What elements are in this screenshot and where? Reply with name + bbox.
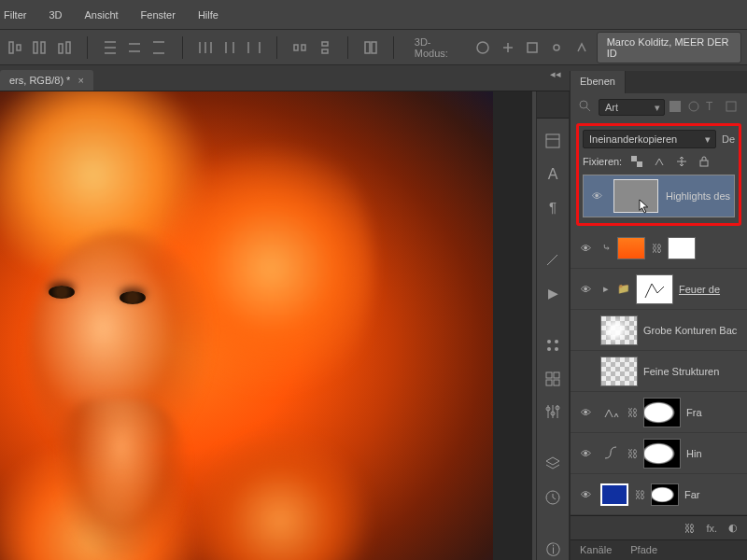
- layers-panel: Ebenen Art T Ineinanderkopieren De Fixie…: [570, 71, 747, 560]
- layer-row[interactable]: Grobe Konturen Bac: [571, 310, 747, 351]
- link-layers-icon[interactable]: ⛓: [684, 523, 695, 534]
- lock-position-icon[interactable]: [674, 154, 689, 169]
- visibility-icon[interactable]: 👁: [587, 190, 606, 202]
- layer-thumbnail[interactable]: [613, 179, 658, 213]
- history-icon[interactable]: [543, 487, 563, 507]
- adjustments-icon[interactable]: [543, 401, 563, 421]
- spacing-icon-1[interactable]: [290, 37, 309, 58]
- filter-adjust-icon[interactable]: [687, 100, 702, 115]
- visibility-icon[interactable]: 👁: [576, 284, 595, 295]
- 3d-mode-icon-1[interactable]: [473, 37, 492, 58]
- 3d-mode-icon-4[interactable]: [547, 37, 566, 58]
- layers-stack-icon[interactable]: [543, 455, 563, 474]
- mask-thumbnail[interactable]: [643, 398, 681, 427]
- mask-icon[interactable]: ◐: [728, 522, 738, 534]
- visibility-icon[interactable]: 👁: [576, 243, 595, 254]
- distribute-icon-5[interactable]: [220, 37, 239, 58]
- layer-row[interactable]: Feine Strukturen: [571, 351, 747, 392]
- visibility-icon[interactable]: 👁: [576, 448, 595, 459]
- separator: [87, 36, 88, 59]
- lock-all-icon[interactable]: [697, 154, 712, 169]
- align-icon-1[interactable]: [6, 37, 24, 58]
- 3d-mode-icon-5[interactable]: [571, 37, 590, 58]
- disclosure-icon[interactable]: ▸: [600, 283, 612, 295]
- brush-panel-icon[interactable]: [543, 250, 563, 270]
- selected-layer[interactable]: 👁 Highlights des Fue: [583, 175, 735, 217]
- layer-row[interactable]: 👁 ▸ 📁 Feuer de: [571, 269, 747, 310]
- link-icon[interactable]: ⛓: [634, 489, 645, 500]
- layer-name[interactable]: Grobe Konturen Bac: [643, 325, 741, 336]
- visibility-icon[interactable]: 👁: [576, 489, 595, 500]
- link-icon[interactable]: ⛓: [627, 448, 638, 459]
- paragraph-icon[interactable]: ¶: [543, 197, 563, 217]
- layer-name[interactable]: Feuer de: [679, 284, 741, 295]
- menu-view[interactable]: Ansicht: [85, 9, 119, 21]
- filter-kind-dropdown[interactable]: Art: [599, 99, 665, 116]
- filter-type-icon[interactable]: T: [706, 100, 721, 115]
- layer-row[interactable]: 👁 ⛓ Fra: [571, 392, 747, 433]
- mask-thumbnail[interactable]: [643, 439, 681, 469]
- document-tab[interactable]: ers, RGB/8) * ×: [0, 70, 93, 91]
- layer-row[interactable]: 👁 ⛓ Far: [571, 474, 747, 515]
- mask-thumbnail[interactable]: [651, 483, 679, 506]
- menubar: Filter 3D Ansicht Fenster Hilfe: [0, 0, 747, 30]
- distribute-icon-2[interactable]: [125, 37, 144, 58]
- layer-thumbnail[interactable]: [617, 237, 645, 259]
- distribute-icon-3[interactable]: [149, 37, 168, 58]
- spacing-icon-2[interactable]: [315, 37, 333, 58]
- user-button[interactable]: Marco Kolditz, MEER DER ID: [597, 32, 741, 63]
- close-tab-icon[interactable]: ×: [78, 75, 83, 86]
- align-icon-3[interactable]: [55, 37, 74, 58]
- play-icon[interactable]: ▶: [543, 283, 563, 302]
- collapse-panels-icon[interactable]: ◂◂: [549, 67, 562, 80]
- layer-thumbnail[interactable]: [600, 315, 638, 345]
- align-icon-2[interactable]: [30, 37, 49, 58]
- svg-point-28: [554, 45, 559, 50]
- link-icon[interactable]: ⛓: [627, 407, 638, 418]
- search-icon[interactable]: [578, 99, 595, 116]
- separator: [347, 36, 348, 59]
- canvas-image[interactable]: [0, 91, 493, 560]
- layer-name[interactable]: Far: [684, 489, 741, 500]
- menu-window[interactable]: Fenster: [141, 9, 176, 21]
- tab-pfade[interactable]: Pfade: [621, 540, 667, 560]
- tab-ebenen[interactable]: Ebenen: [571, 71, 626, 93]
- layer-thumbnail[interactable]: [600, 483, 628, 506]
- layer-name[interactable]: Hin: [686, 448, 741, 459]
- layers-footer: ⛓ fx. ◐: [571, 515, 747, 539]
- filter-pixel-icon[interactable]: [669, 100, 684, 115]
- 3d-mode-icon-2[interactable]: [499, 37, 517, 58]
- auto-align-icon[interactable]: [361, 37, 380, 58]
- blend-mode-dropdown[interactable]: Ineinanderkopieren: [583, 130, 716, 148]
- properties-icon[interactable]: [543, 132, 563, 151]
- distribute-icon-6[interactable]: [245, 37, 263, 58]
- fx-icon[interactable]: fx.: [706, 523, 717, 534]
- styles-icon[interactable]: [543, 369, 563, 388]
- tab-kanale[interactable]: Kanäle: [571, 540, 621, 560]
- filter-shape-icon[interactable]: [725, 100, 740, 115]
- menu-filter[interactable]: Filter: [4, 9, 26, 21]
- swatches-icon[interactable]: [543, 336, 563, 356]
- 3d-mode-icon-3[interactable]: [523, 37, 542, 58]
- layer-name[interactable]: Fra: [686, 407, 741, 418]
- layer-name[interactable]: Feine Strukturen: [643, 366, 741, 377]
- lock-image-icon[interactable]: [652, 154, 667, 169]
- menu-help[interactable]: Hilfe: [198, 9, 218, 21]
- layer-row[interactable]: 👁 ⤷ ⛓: [571, 228, 747, 269]
- layer-row[interactable]: 👁 ⛓ Hin: [571, 433, 747, 474]
- svg-rect-54: [700, 161, 708, 166]
- mask-thumbnail[interactable]: [668, 237, 696, 259]
- visibility-icon[interactable]: 👁: [576, 407, 595, 418]
- layer-thumbnail[interactable]: [636, 274, 673, 304]
- lock-transparency-icon[interactable]: [629, 154, 644, 169]
- letter-a-icon[interactable]: A: [543, 164, 563, 184]
- layer-name[interactable]: Highlights des Fue: [666, 190, 730, 202]
- distribute-icon-1[interactable]: [101, 37, 120, 58]
- layer-thumbnail[interactable]: [600, 357, 638, 386]
- info-icon[interactable]: ⓘ: [543, 540, 563, 560]
- distribute-icon-4[interactable]: [195, 37, 214, 58]
- menu-3d[interactable]: 3D: [49, 9, 62, 21]
- svg-point-26: [477, 42, 488, 53]
- folder-icon[interactable]: 📁: [617, 283, 630, 295]
- link-icon[interactable]: ⛓: [651, 243, 662, 254]
